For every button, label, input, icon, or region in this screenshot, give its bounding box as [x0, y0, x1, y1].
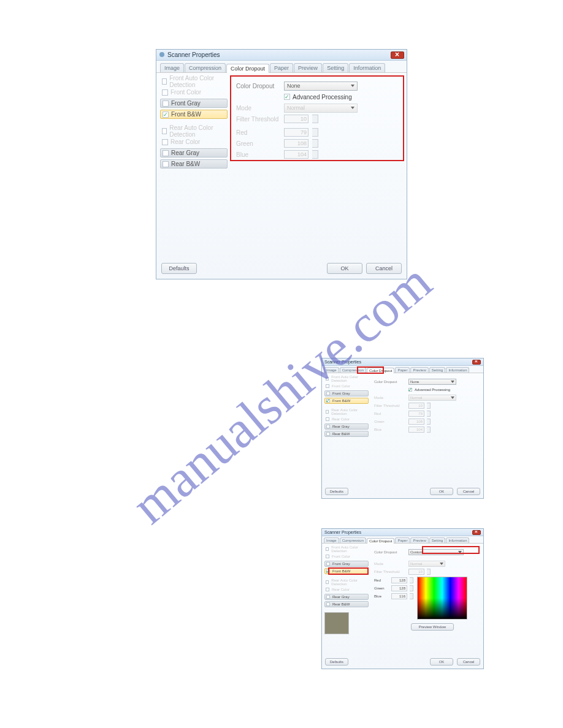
color-dropout-label: Color Dropout [236, 83, 280, 89]
sidebar-item-front-gray[interactable]: Front Gray [324, 390, 369, 396]
color-picker[interactable] [417, 577, 467, 620]
mode-label: Mode [236, 105, 280, 112]
tab-strip: Image Compression Color Dropout Paper Pr… [156, 61, 407, 73]
ok-button[interactable]: OK [327, 263, 362, 274]
blue-input[interactable]: 116 [391, 593, 407, 599]
advanced-processing-checkbox[interactable] [408, 388, 412, 392]
close-icon[interactable] [472, 360, 481, 365]
cancel-button[interactable]: Cancel [457, 658, 480, 665]
green-input[interactable]: 128 [391, 585, 407, 591]
app-icon [159, 51, 165, 59]
green-label: Green [236, 140, 280, 147]
tab-paper[interactable]: Paper [395, 537, 410, 543]
tab-information[interactable]: Information [446, 367, 469, 373]
advanced-processing-label: Advanced Processing [293, 94, 352, 100]
tab-preview[interactable]: Preview [294, 63, 322, 72]
red-input: 79 [284, 128, 308, 137]
titlebar: Scanner Properties [156, 50, 407, 61]
sidebar-item-front-gray[interactable]: Front Gray [160, 99, 228, 108]
cancel-button[interactable]: Cancel [366, 263, 402, 274]
scanner-properties-dialog-small-2: Scanner Properties Image Compression Col… [321, 528, 484, 669]
tab-image[interactable]: Image [160, 63, 184, 72]
sidebar-item-rear-bw[interactable]: Rear B&W [324, 431, 369, 437]
tab-color-dropout[interactable]: Color Dropout [367, 538, 394, 544]
highlight-front-bw [328, 567, 369, 575]
defaults-button[interactable]: Defaults [161, 263, 197, 274]
scanner-properties-dialog-small-1: Scanner Properties Image Compression Col… [321, 358, 484, 499]
red-input[interactable]: 128 [391, 577, 407, 583]
sidebar-item-front-bw[interactable]: Front B&W [160, 110, 228, 119]
tab-image[interactable]: Image [324, 537, 339, 543]
sidebar-item-rear-bw[interactable]: Rear B&W [160, 159, 228, 169]
filter-threshold-label: Filter Threshold [236, 116, 280, 123]
blue-label: Blue [236, 151, 280, 158]
sidebar-item-front-color: Front Color [160, 88, 228, 97]
sidebar-item-front-bw[interactable]: Front B&W [324, 398, 369, 404]
color-dropout-dropdown[interactable]: None [284, 82, 358, 91]
color-dropout-dropdown[interactable]: None [408, 379, 456, 385]
side-selection-list: Front Auto Color Detection Front Color F… [324, 376, 369, 487]
svg-point-0 [159, 52, 164, 57]
close-icon[interactable] [472, 530, 481, 535]
defaults-button[interactable]: Defaults [325, 658, 348, 665]
tab-preview[interactable]: Preview [410, 367, 428, 373]
defaults-button[interactable]: Defaults [325, 488, 348, 495]
tab-color-dropout[interactable]: Color Dropout [226, 64, 269, 73]
tab-paper[interactable]: Paper [395, 367, 410, 373]
blue-input: 104 [284, 150, 308, 159]
tab-paper[interactable]: Paper [270, 63, 293, 72]
window-title: Scanner Properties [324, 530, 361, 534]
window-title: Scanner Properties [324, 360, 361, 364]
tab-strip: Image Compression Color Dropout Paper Pr… [322, 536, 483, 544]
red-label: Red [236, 129, 280, 136]
window-title: Scanner Properties [167, 51, 220, 58]
sidebar-item-rear-color: Rear Color [160, 137, 228, 146]
tab-information[interactable]: Information [349, 63, 385, 72]
sidebar-item-rear-gray[interactable]: Rear Gray [324, 594, 369, 600]
color-preview-swatch [324, 612, 349, 634]
tab-setting[interactable]: Setting [429, 367, 446, 373]
mode-dropdown: Normal [284, 104, 358, 113]
sidebar-item-front-auto: Front Auto Color Detection [160, 77, 228, 86]
tab-information[interactable]: Information [446, 537, 469, 543]
tab-compression[interactable]: Compression [340, 537, 366, 543]
sidebar-item-rear-gray[interactable]: Rear Gray [160, 148, 228, 157]
advanced-processing-checkbox[interactable] [284, 94, 290, 100]
ok-button[interactable]: OK [430, 488, 453, 495]
sidebar-item-rear-bw[interactable]: Rear B&W [324, 601, 369, 607]
tab-strip: Image Compression Color Dropout Paper Pr… [322, 366, 483, 373]
tab-image[interactable]: Image [324, 367, 339, 373]
color-dropout-panel-highlighted: Color Dropout None Advanced Processing M… [230, 75, 404, 161]
side-selection-list: Front Auto Color Detection Front Color F… [324, 546, 369, 658]
cancel-button[interactable]: Cancel [457, 488, 480, 495]
titlebar: Scanner Properties [322, 529, 483, 536]
highlight-dropdown [422, 546, 480, 554]
preview-window-button[interactable]: Preview Window [411, 623, 454, 631]
sidebar-item-rear-auto: Rear Auto Color Detection [160, 126, 228, 135]
tab-setting[interactable]: Setting [323, 63, 348, 72]
tab-setting[interactable]: Setting [429, 537, 446, 543]
filter-threshold-input: 10 [284, 115, 308, 123]
ok-button[interactable]: OK [430, 658, 453, 665]
tab-preview[interactable]: Preview [410, 537, 428, 543]
tab-compression[interactable]: Compression [185, 63, 226, 72]
side-selection-list: Front Auto Color Detection Front Color F… [160, 77, 228, 265]
highlight-tab [357, 366, 384, 374]
sidebar-item-rear-gray[interactable]: Rear Gray [324, 423, 369, 430]
titlebar: Scanner Properties [322, 358, 483, 366]
close-icon[interactable] [391, 51, 404, 59]
sidebar-item-front-gray[interactable]: Front Gray [324, 561, 369, 567]
scanner-properties-dialog-large: Scanner Properties Image Compression Col… [156, 49, 407, 279]
green-input: 108 [284, 139, 308, 148]
